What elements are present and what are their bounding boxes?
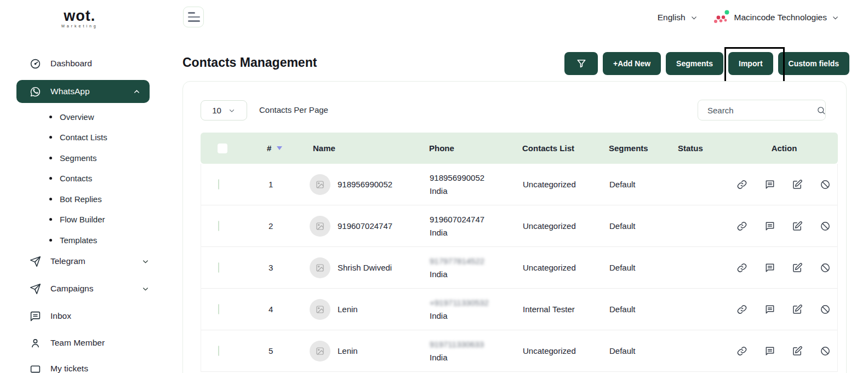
whatsapp-icon <box>29 85 41 97</box>
person-icon <box>29 337 41 349</box>
sidebar: wot. Marketing Dashboard WhatsApp Overvi… <box>0 0 167 373</box>
column-header-status: Status <box>670 144 730 153</box>
sidebar-item-templates[interactable]: Templates <box>49 236 97 245</box>
filter-button[interactable] <box>564 52 598 75</box>
bullet-icon <box>49 239 52 242</box>
sidebar-item-contact-lists[interactable]: Contact Lists <box>49 133 107 142</box>
organization-selector[interactable]: Macincode Technologies <box>712 10 840 25</box>
segment-value: Default <box>603 180 671 189</box>
avatar <box>310 257 330 278</box>
language-label: English <box>658 13 686 22</box>
block-icon[interactable] <box>820 221 831 232</box>
row-checkbox[interactable] <box>218 179 219 190</box>
row-checkbox[interactable] <box>218 346 219 356</box>
link-icon[interactable] <box>736 346 747 357</box>
sidebar-item-my-tickets[interactable]: My tickets <box>29 363 150 373</box>
link-icon[interactable] <box>736 262 747 273</box>
sidebar-item-bot-replies[interactable]: Bot Replies <box>49 194 102 204</box>
sidebar-item-label: Campaigns <box>50 284 93 294</box>
dashboard-icon <box>29 58 41 70</box>
search-box <box>698 100 826 120</box>
table-row: 2 919607024747 919607024747 India Uncate… <box>201 205 837 247</box>
bullet-icon <box>49 157 52 159</box>
row-index: 3 <box>253 263 292 272</box>
comment-icon[interactable] <box>764 346 775 357</box>
sidebar-item-overview[interactable]: Overview <box>49 112 94 122</box>
block-icon[interactable] <box>820 262 831 273</box>
contact-list-value: Uncategorized <box>516 180 603 189</box>
chevron-down-icon <box>228 107 236 114</box>
sidebar-item-label: My tickets <box>50 364 88 373</box>
edit-icon[interactable] <box>792 346 803 357</box>
sidebar-item-campaigns[interactable]: Campaigns <box>29 283 150 295</box>
sidebar-item-contacts[interactable]: Contacts <box>49 174 92 183</box>
contact-list-value: Internal Tester <box>516 305 603 314</box>
row-checkbox[interactable] <box>218 304 219 314</box>
block-icon[interactable] <box>820 304 831 315</box>
brand-logo[interactable]: wot. Marketing <box>61 9 98 28</box>
sidebar-item-inbox[interactable]: Inbox <box>29 310 150 322</box>
chevron-down-icon <box>831 14 840 22</box>
edit-icon[interactable] <box>792 179 803 190</box>
contact-phone: 919607024747 <box>430 215 484 224</box>
sidebar-item-label: Contact Lists <box>60 133 107 142</box>
avatar <box>310 216 330 237</box>
contacts-table: # Name Phone Contacts List Segments Stat… <box>201 133 838 372</box>
sidebar-item-whatsapp[interactable]: WhatsApp <box>16 80 150 103</box>
contact-phone: 918956990052 <box>430 173 484 182</box>
comment-icon[interactable] <box>764 262 775 273</box>
segment-value: Default <box>603 263 671 272</box>
block-icon[interactable] <box>820 179 831 190</box>
topbar-right: English Macincode Technologies <box>658 10 840 25</box>
link-icon[interactable] <box>736 304 747 315</box>
segment-value: Default <box>603 346 671 355</box>
organization-logo-icon <box>712 10 730 25</box>
import-button[interactable]: Import <box>728 52 773 75</box>
comment-icon[interactable] <box>764 221 775 232</box>
select-all-checkbox[interactable] <box>218 144 227 153</box>
search-input[interactable] <box>707 106 816 115</box>
column-header-name: Name <box>291 144 422 153</box>
comment-icon[interactable] <box>764 304 775 315</box>
sidebar-item-dashboard[interactable]: Dashboard <box>29 58 150 70</box>
comment-icon[interactable] <box>764 179 775 190</box>
edit-icon[interactable] <box>792 262 803 273</box>
table-row: 1 918956990052 918956990052 India Uncate… <box>201 164 837 205</box>
table-body: 1 918956990052 918956990052 India Uncate… <box>201 164 838 372</box>
block-icon[interactable] <box>820 346 831 357</box>
sidebar-item-label: Inbox <box>50 311 71 321</box>
sidebar-item-label: Flow Builder <box>60 215 105 224</box>
contacts-card: 10 Contacts Per Page # Name Phone Contac… <box>182 81 847 373</box>
bullet-icon <box>49 136 52 139</box>
sidebar-item-team-member[interactable]: Team Member <box>29 337 150 349</box>
row-checkbox[interactable] <box>218 262 219 273</box>
edit-icon[interactable] <box>792 221 803 232</box>
sort-descending-icon[interactable] <box>277 146 282 150</box>
custom-fields-button[interactable]: Custom fields <box>778 52 850 75</box>
row-checkbox[interactable] <box>218 221 219 231</box>
language-selector[interactable]: English <box>658 13 698 22</box>
segments-button[interactable]: Segments <box>666 52 723 75</box>
add-new-button[interactable]: +Add New <box>603 52 661 75</box>
hamburger-icon <box>188 12 195 13</box>
chevron-down-icon <box>690 14 698 22</box>
bullet-icon <box>49 116 52 118</box>
sidebar-item-flow-builder[interactable]: Flow Builder <box>49 215 105 224</box>
sidebar-item-segments[interactable]: Segments <box>49 153 97 163</box>
contact-phone: 919711330633 <box>430 340 484 349</box>
per-page-select[interactable]: 10 <box>201 100 247 120</box>
brand-logo-subtext: Marketing <box>61 24 98 28</box>
row-index: 4 <box>253 305 292 314</box>
link-icon[interactable] <box>736 221 747 232</box>
segment-value: Default <box>603 305 671 314</box>
link-icon[interactable] <box>736 179 747 190</box>
organization-name: Macincode Technologies <box>734 13 827 22</box>
paper-plane-icon <box>29 255 41 267</box>
hamburger-menu-button[interactable] <box>183 7 204 27</box>
contact-phone: +919711330532 <box>430 298 489 307</box>
edit-icon[interactable] <box>792 304 803 315</box>
sidebar-item-telegram[interactable]: Telegram <box>29 255 150 267</box>
search-icon[interactable] <box>816 106 826 115</box>
column-header-contacts-list: Contacts List <box>516 144 602 153</box>
bullet-icon <box>49 198 52 200</box>
